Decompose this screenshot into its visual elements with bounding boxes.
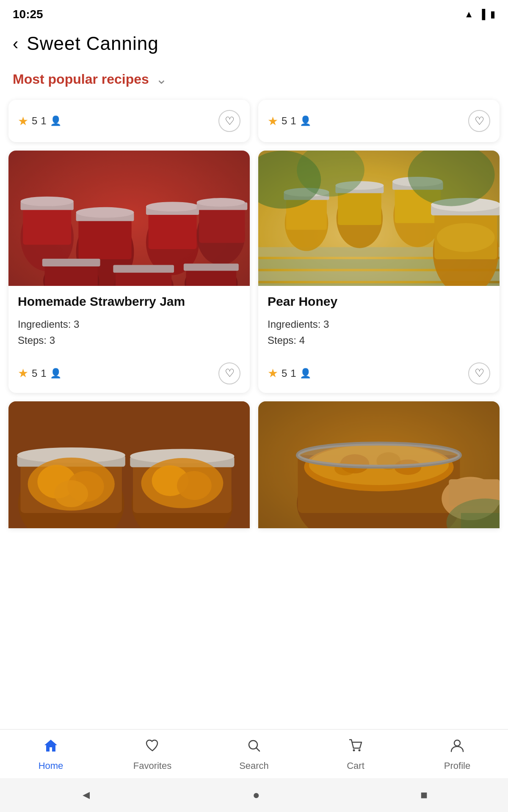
card-info-pear-honey: Pear Honey Ingredients: 3 Steps: 4 — [258, 286, 500, 359]
star-icon: ★ — [268, 366, 278, 380]
favorite-button-top-right[interactable]: ♡ — [468, 110, 490, 132]
battery-icon: ▮ — [490, 9, 495, 20]
favorite-button-strawberry[interactable]: ♡ — [218, 362, 240, 384]
search-icon — [246, 738, 262, 757]
header: ‹ Sweet Canning — [0, 25, 508, 63]
nav-label-home: Home — [39, 760, 64, 771]
recipe-meta: Ingredients: 3 Steps: 3 — [18, 316, 240, 349]
person-icon: 👤 — [50, 368, 61, 379]
signal-icon: ▐ — [478, 9, 485, 20]
recipe-card-strawberry-jam[interactable]: Homemade Strawberry Jam Ingredients: 3 S… — [8, 151, 250, 393]
top-card-right[interactable]: ★ 5 1 👤 ♡ — [258, 100, 500, 142]
star-icon: ★ — [268, 114, 278, 128]
nav-item-home[interactable]: Home — [25, 738, 76, 771]
nav-item-profile[interactable]: Profile — [432, 738, 483, 771]
rating-value: 5 — [282, 115, 287, 127]
profile-icon — [450, 738, 465, 757]
rating-count: 1 — [290, 115, 296, 127]
steps-count: 4 — [299, 335, 305, 346]
star-icon: ★ — [18, 114, 28, 128]
rating-value: 5 — [282, 368, 287, 379]
nav-item-favorites[interactable]: Favorites — [127, 738, 178, 771]
person-icon: 👤 — [300, 368, 311, 379]
android-recent-button[interactable]: ■ — [420, 788, 428, 802]
card-footer-pear-honey: ★ 5 1 👤 ♡ — [258, 359, 500, 393]
rating-row: ★ 5 1 👤 — [268, 366, 311, 380]
ingredients-count: 3 — [74, 318, 79, 330]
ingredients-label: Ingredients: — [18, 318, 71, 330]
svg-point-92 — [359, 749, 361, 752]
wifi-icon: ▲ — [464, 9, 474, 20]
nav-label-profile: Profile — [444, 760, 470, 771]
person-icon: 👤 — [50, 115, 61, 126]
recipe-card-jam[interactable] — [258, 401, 500, 528]
rating-count: 1 — [41, 368, 46, 379]
nav-item-search[interactable]: Search — [229, 738, 279, 771]
recipe-card-pear-honey[interactable]: Pear Honey Ingredients: 3 Steps: 4 ★ 5 1… — [258, 151, 500, 393]
nav-label-cart: Cart — [347, 760, 364, 771]
filter-label: Most popular recipes — [13, 71, 149, 87]
android-nav-bar: ◄ ● ■ — [0, 778, 508, 812]
nav-label-search: Search — [239, 760, 269, 771]
rating-value: 5 — [32, 368, 37, 379]
nav-label-favorites: Favorites — [133, 760, 171, 771]
svg-line-90 — [257, 748, 260, 752]
person-icon: 👤 — [300, 115, 311, 126]
recipe-image-pear-honey — [258, 151, 500, 286]
steps-count: 3 — [50, 335, 55, 346]
status-time: 10:25 — [13, 8, 43, 21]
rating-count: 1 — [290, 368, 296, 379]
svg-rect-26 — [8, 151, 250, 286]
rating-value: 5 — [32, 115, 37, 127]
filter-row[interactable]: Most popular recipes ⌄ — [0, 63, 508, 100]
svg-rect-53 — [258, 151, 500, 286]
home-icon — [43, 738, 58, 757]
svg-rect-71 — [8, 401, 250, 528]
star-icon: ★ — [18, 366, 28, 380]
nav-item-cart[interactable]: Cart — [330, 738, 381, 771]
recipe-grid: Homemade Strawberry Jam Ingredients: 3 S… — [0, 151, 508, 528]
back-button[interactable]: ‹ — [13, 35, 18, 52]
chevron-down-icon[interactable]: ⌄ — [156, 71, 167, 87]
ingredients-count: 3 — [323, 318, 329, 330]
status-icons: ▲ ▐ ▮ — [464, 9, 495, 20]
steps-label: Steps: — [18, 335, 47, 346]
card-footer-strawberry: ★ 5 1 👤 ♡ — [8, 359, 250, 393]
rating-row: ★ 5 1 👤 — [18, 366, 61, 380]
recipe-card-peaches[interactable] — [8, 401, 250, 528]
bottom-navigation: Home Favorites Search Cart — [0, 729, 508, 778]
rating-count: 1 — [41, 115, 46, 127]
android-back-button[interactable]: ◄ — [80, 788, 92, 802]
svg-rect-88 — [258, 401, 500, 528]
top-cards-row: ★ 5 1 👤 ♡ ★ 5 1 👤 ♡ — [0, 100, 508, 142]
rating-row-top-left: ★ 5 1 👤 — [18, 114, 61, 128]
android-home-button[interactable]: ● — [253, 788, 260, 802]
recipe-title: Homemade Strawberry Jam — [18, 294, 240, 309]
recipe-image-peaches — [8, 401, 250, 528]
page-title: Sweet Canning — [27, 33, 158, 54]
steps-label: Steps: — [268, 335, 296, 346]
scroll-content: Most popular recipes ⌄ ★ 5 1 👤 ♡ ★ 5 1 👤… — [0, 63, 508, 621]
favorite-button-top-left[interactable]: ♡ — [218, 110, 240, 132]
ingredients-label: Ingredients: — [268, 318, 320, 330]
status-bar: 10:25 ▲ ▐ ▮ — [0, 0, 508, 25]
recipe-image-strawberry — [8, 151, 250, 286]
cart-icon — [348, 738, 363, 757]
favorite-button-pear-honey[interactable]: ♡ — [468, 362, 490, 384]
card-info-strawberry: Homemade Strawberry Jam Ingredients: 3 S… — [8, 286, 250, 359]
top-card-left[interactable]: ★ 5 1 👤 ♡ — [8, 100, 250, 142]
rating-row-top-right: ★ 5 1 👤 — [268, 114, 311, 128]
recipe-image-jam — [258, 401, 500, 528]
heart-icon — [145, 738, 160, 757]
svg-point-91 — [353, 749, 355, 752]
recipe-meta: Ingredients: 3 Steps: 4 — [268, 316, 490, 349]
svg-point-93 — [454, 740, 460, 746]
recipe-title: Pear Honey — [268, 294, 490, 309]
